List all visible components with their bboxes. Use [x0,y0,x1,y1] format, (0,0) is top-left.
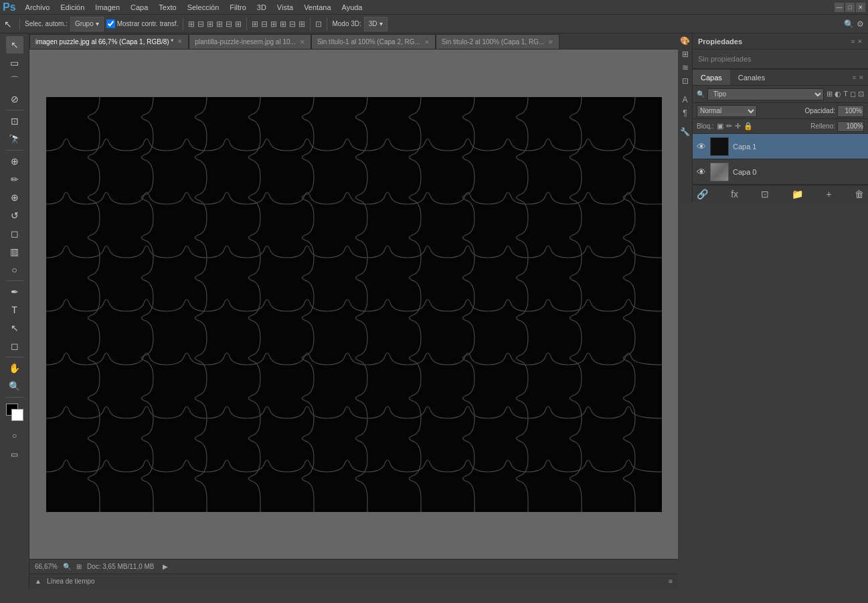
filter-type-select[interactable]: Tipo [707,88,824,100]
mode3d-dropdown[interactable]: 3D ▾ [364,17,387,31]
shape-btn[interactable]: ◻ [6,337,23,355]
layers-panel-close-icon[interactable]: ✕ [859,74,864,81]
filter-type-icon[interactable]: T [843,90,848,98]
distribute-bottom-icon[interactable]: ⊞ [298,19,305,29]
show-transform-checkbox[interactable]: Mostrar contr. transf. [106,19,179,28]
search-icon[interactable]: 🔍 [844,19,854,29]
new-layer-icon[interactable]: + [827,189,832,199]
crop-btn[interactable]: ⊡ [6,112,23,130]
distribute-center-v-icon[interactable]: ⊟ [289,19,296,29]
layer-item-capa0[interactable]: 👁 Capa 0 [693,159,868,185]
settings-icon[interactable]: ⚙ [857,19,864,29]
delete-layer-icon[interactable]: 🗑 [855,189,864,199]
color-swatch-icon[interactable]: 🎨 [680,36,690,46]
panel-menu-icon[interactable]: ✕ [857,38,863,45]
layer-visibility-capa0[interactable]: 👁 [697,167,706,177]
filter-shape-icon[interactable]: ◻ [850,90,856,98]
menu-ayuda[interactable]: Ayuda [337,2,368,13]
rectangular-select-btn[interactable]: ▭ [6,54,23,72]
canvas-area[interactable] [29,50,678,559]
tab-2[interactable]: Sin título-1 al 100% (Capa 2, RG... ✕ [311,34,436,49]
align-left-icon[interactable]: ⊞ [188,19,195,29]
text-icon[interactable]: A [682,95,687,104]
gradient-btn[interactable]: ▥ [6,243,23,260]
adjustments-icon[interactable]: ≋ [682,63,689,72]
tools-icon[interactable]: 🔧 [680,127,690,137]
layers-tab-capas[interactable]: Capas [693,70,730,85]
move-tool-btn[interactable]: ↖ [6,36,23,54]
minimize-button[interactable]: — [835,3,844,12]
timeline-expand-icon[interactable]: ▲ [35,578,41,585]
fg-bg-colors[interactable] [6,404,23,421]
filter-adj-icon[interactable]: ◐ [835,90,841,98]
grid-icon[interactable]: ⊞ [682,50,689,59]
fill-input[interactable] [837,121,864,132]
pen-btn[interactable]: ✒ [6,283,23,300]
menu-texto[interactable]: Texto [153,2,181,13]
lock-transparency-icon[interactable]: ▣ [717,122,723,131]
tab-3[interactable]: Sin titulo-2 al 100% (Capa 1, RG... ✕ [436,34,559,49]
close-button[interactable]: ✕ [856,3,865,12]
distribute-left-icon[interactable]: ⊞ [252,19,258,29]
menu-filtro[interactable]: Filtro [224,2,251,13]
opacity-input[interactable] [837,105,864,117]
spot-heal-btn[interactable]: ⊕ [6,153,23,170]
layers-panel-menu-icon[interactable]: ≡ [853,74,856,81]
eyedropper-btn[interactable]: 🔭 [6,131,23,148]
tab-1[interactable]: plantilla-puzzle-inesem.jpg al 10... ✕ [189,34,311,49]
maximize-button[interactable]: □ [845,3,855,12]
filter-pixel-icon[interactable]: ⊞ [827,90,833,98]
add-fx-icon[interactable]: fx [731,189,738,199]
align-bottom-icon[interactable]: ⊞ [235,19,242,29]
tab-3-close[interactable]: ✕ [548,39,553,46]
menu-seleccion[interactable]: Selección [182,2,225,13]
add-mask-icon[interactable]: ⊡ [761,189,769,199]
layer-item-capa1[interactable]: 👁 Capa 1 [693,134,868,159]
align-top-icon[interactable]: ⊞ [216,19,223,29]
transform-checkbox-input[interactable] [106,19,115,28]
panel-collapse-icon[interactable]: ≡ [851,38,855,45]
clone-btn[interactable]: ⊕ [6,189,23,206]
screen-mode-btn[interactable]: ▭ [6,446,23,463]
curves-icon[interactable]: ⊡ [682,76,689,86]
timeline-options-icon[interactable]: ≡ [669,578,673,585]
zoom-btn[interactable]: 🔍 [6,377,23,395]
dodge-btn[interactable]: ○ [6,261,23,278]
type-btn[interactable]: T [6,301,23,319]
tab-0-close[interactable]: ✕ [177,38,183,45]
lock-all-icon[interactable]: 🔒 [744,122,753,131]
lock-image-icon[interactable]: ✏ [726,122,732,131]
menu-ventana[interactable]: Ventana [298,2,336,13]
tab-2-close[interactable]: ✕ [424,39,430,46]
filter-smart-icon[interactable]: ⊡ [858,90,864,98]
layer-visibility-capa1[interactable]: 👁 [697,141,706,152]
tab-1-close[interactable]: ✕ [300,39,305,46]
blend-mode-select[interactable]: Normal [697,105,757,117]
tab-0[interactable]: imagen puzzle.jpg al 66,7% (Capa 1, RGB/… [29,34,189,49]
new-group-icon[interactable]: 📁 [792,189,803,199]
quick-select-btn[interactable]: ⊘ [6,90,23,108]
menu-3d[interactable]: 3D [252,2,272,13]
distribute-right-icon[interactable]: ⊞ [270,19,277,29]
path-select-btn[interactable]: ↖ [6,319,23,337]
menu-archivo[interactable]: Archivo [20,2,56,13]
paragraph-icon[interactable]: ¶ [683,108,687,118]
menu-edicion[interactable]: Edición [55,2,90,13]
history-brush-btn[interactable]: ↺ [6,207,23,224]
tool-dropdown[interactable]: Grupo ▾ [70,17,104,31]
distribute-center-h-icon[interactable]: ⊟ [261,19,268,29]
distribute-top-icon[interactable]: ⊞ [280,19,286,29]
add-link-icon[interactable]: 🔗 [697,189,708,199]
align-middle-v-icon[interactable]: ⊟ [226,19,232,29]
menu-vista[interactable]: Vista [272,2,298,13]
lock-position-icon[interactable]: ✛ [735,122,741,131]
align-center-h-icon[interactable]: ⊟ [197,19,204,29]
hand-btn[interactable]: ✋ [6,359,23,377]
lasso-btn[interactable]: ⌒ [6,72,23,90]
layers-tab-canales[interactable]: Canales [730,70,773,85]
menu-capa[interactable]: Capa [125,2,153,13]
menu-imagen[interactable]: Imagen [90,2,125,13]
eraser-btn[interactable]: ◻ [6,225,23,242]
background-color[interactable] [11,409,23,421]
quick-mask-btn[interactable]: ○ [6,427,23,444]
